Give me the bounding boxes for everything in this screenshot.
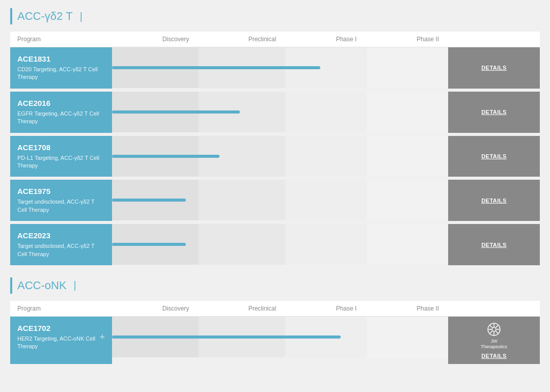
header-phase2: Phase II (387, 305, 469, 312)
phases-wrapper (112, 47, 448, 88)
details-link[interactable]: DETAILS (481, 353, 507, 359)
header-preclinical: Preclinical (219, 36, 306, 43)
table-row: ACE2023Target undisclosed, ACC-γδ2 T Cel… (10, 224, 540, 265)
phases-wrapper (112, 180, 448, 220)
svg-line-4 (490, 331, 492, 333)
table-row: ACE1831CD20 Targeting, ACC-γδ2 T Cell Th… (10, 47, 540, 89)
phase-col-phase2 (367, 317, 448, 357)
details-cell: DETAILS (448, 136, 540, 177)
plus-icon[interactable]: + (99, 332, 105, 343)
header-program: Program (10, 36, 132, 43)
phase-col-phase2 (367, 180, 448, 220)
section-title-dash: | (80, 11, 82, 22)
program-name: ACE1975 (17, 187, 105, 195)
table-row: ACE1702HER2 Targeting, ACC-oNK Cell Ther… (10, 317, 540, 364)
phase-col-phase2 (367, 92, 448, 132)
phase-col-preclinical (199, 180, 285, 220)
table-row: ACE1975Target undisclosed, ACC-γδ2 T Cel… (10, 180, 540, 221)
section-title: ACC-oNK (17, 279, 67, 292)
program-name: ACE1702 (17, 324, 99, 332)
program-text-block: ACE1708PD-L1 Targeting, ACC-γδ2 T Cell T… (17, 143, 105, 170)
program-text-block: ACE2023Target undisclosed, ACC-γδ2 T Cel… (17, 231, 105, 258)
program-description: Target undisclosed, ACC-γδ2 T Cell Thera… (17, 242, 105, 258)
details-cell: DETAILS (448, 92, 540, 133)
program-description: EGFR Targeting, ACC-γδ2 T Cell Therapy (17, 110, 105, 126)
details-cell: DETAILS (448, 180, 540, 221)
program-cell: ACE2016EGFR Targeting, ACC-γδ2 T Cell Th… (10, 92, 112, 133)
details-link[interactable]: DETAILS (481, 65, 507, 71)
program-description: Target undisclosed, ACC-γδ2 T Cell Thera… (17, 198, 105, 214)
header-discovery: Discovery (132, 305, 219, 312)
program-name: ACE1831 (17, 54, 105, 63)
details-cell: DETAILS (448, 47, 540, 89)
section-acc-gamma-delta-t: ACC-γδ2 T |ProgramDiscoveryPreclinicalPh… (10, 5, 540, 265)
program-text-block: ACE1975Target undisclosed, ACC-γδ2 T Cel… (17, 187, 105, 214)
section-bar-decoration (10, 277, 12, 294)
table-row: ACE2016EGFR Targeting, ACC-γδ2 T Cell Th… (10, 92, 540, 133)
jw-therapeutics-logo: JW Therapeutics (481, 322, 507, 350)
phases-wrapper (112, 136, 448, 177)
phases-wrapper (112, 317, 448, 357)
program-cell-inner: ACE2023Target undisclosed, ACC-γδ2 T Cel… (17, 231, 105, 258)
program-cell-inner: ACE1975Target undisclosed, ACC-γδ2 T Cel… (17, 187, 105, 214)
program-name: ACE1708 (17, 143, 105, 152)
details-link[interactable]: DETAILS (481, 198, 507, 204)
program-cell-inner: ACE1702HER2 Targeting, ACC-oNK Cell Ther… (17, 324, 105, 351)
details-link[interactable]: DETAILS (481, 109, 507, 115)
phase-col-phase1 (285, 92, 367, 132)
jw-therapeutics-name: JW Therapeutics (481, 339, 507, 350)
program-cell-inner: ACE2016EGFR Targeting, ACC-γδ2 T Cell Th… (17, 99, 105, 126)
header-program: Program (10, 305, 132, 312)
table-header-row: ProgramDiscoveryPreclinicalPhase IPhase … (10, 32, 540, 47)
program-description: PD-L1 Targeting, ACC-γδ2 T Cell Therapy (17, 154, 105, 170)
progress-bar (112, 243, 186, 246)
section-title-dash: | (74, 279, 76, 291)
phase-col-phase1 (285, 136, 367, 177)
header-phase1: Phase I (306, 305, 387, 312)
section-title-row: ACC-γδ2 T | (10, 5, 540, 27)
program-name: ACE2023 (17, 231, 105, 240)
progress-bar (112, 110, 240, 114)
details-link[interactable]: DETAILS (481, 153, 507, 159)
header-phase2: Phase II (387, 36, 469, 43)
progress-bar (112, 335, 341, 339)
page: ACC-γδ2 T |ProgramDiscoveryPreclinicalPh… (0, 0, 550, 392)
table-header-row: ProgramDiscoveryPreclinicalPhase IPhase … (10, 301, 540, 317)
progress-bar (112, 199, 186, 202)
program-text-block: ACE1831CD20 Targeting, ACC-γδ2 T Cell Th… (17, 54, 105, 81)
phase-col-phase2 (367, 136, 448, 177)
program-cell: ACE1702HER2 Targeting, ACC-oNK Cell Ther… (10, 317, 112, 364)
program-cell-inner: ACE1831CD20 Targeting, ACC-γδ2 T Cell Th… (17, 54, 105, 81)
phase-col-phase1 (285, 180, 367, 220)
program-cell: ACE1708PD-L1 Targeting, ACC-γδ2 T Cell T… (10, 136, 112, 177)
header-preclinical: Preclinical (219, 305, 306, 312)
program-cell-inner: ACE1708PD-L1 Targeting, ACC-γδ2 T Cell T… (17, 143, 105, 170)
program-text-block: ACE2016EGFR Targeting, ACC-γδ2 T Cell Th… (17, 99, 105, 126)
program-description: HER2 Targeting, ACC-oNK Cell Therapy (17, 335, 99, 351)
section-bar-decoration (10, 8, 12, 24)
details-link[interactable]: DETAILS (481, 242, 507, 248)
phase-col-phase2 (367, 47, 448, 88)
program-cell: ACE1975Target undisclosed, ACC-γδ2 T Cel… (10, 180, 112, 221)
header-discovery: Discovery (132, 36, 219, 43)
phase-col-phase2 (367, 224, 448, 265)
section-acc-onk: ACC-oNK |ProgramDiscoveryPreclinicalPhas… (10, 274, 540, 364)
phase-col-phase1 (285, 224, 367, 265)
section-title: ACC-γδ2 T (17, 10, 73, 23)
program-cell: ACE1831CD20 Targeting, ACC-γδ2 T Cell Th… (10, 47, 112, 89)
progress-bar (112, 155, 219, 158)
svg-line-2 (496, 331, 498, 333)
details-cell: DETAILS (448, 224, 540, 265)
phases-wrapper (112, 224, 448, 265)
program-name: ACE2016 (17, 99, 105, 107)
section-title-row: ACC-oNK | (10, 274, 540, 297)
program-text-block: ACE1702HER2 Targeting, ACC-oNK Cell Ther… (17, 324, 99, 351)
progress-bar (112, 66, 320, 69)
svg-line-6 (490, 325, 492, 327)
table-row: ACE1708PD-L1 Targeting, ACC-γδ2 T Cell T… (10, 136, 540, 177)
svg-line-8 (496, 325, 498, 327)
svg-point-9 (492, 327, 496, 331)
details-cell: JW TherapeuticsDETAILS (448, 317, 540, 364)
program-description: CD20 Targeting, ACC-γδ2 T Cell Therapy (17, 66, 105, 81)
phase-col-preclinical (199, 224, 285, 265)
